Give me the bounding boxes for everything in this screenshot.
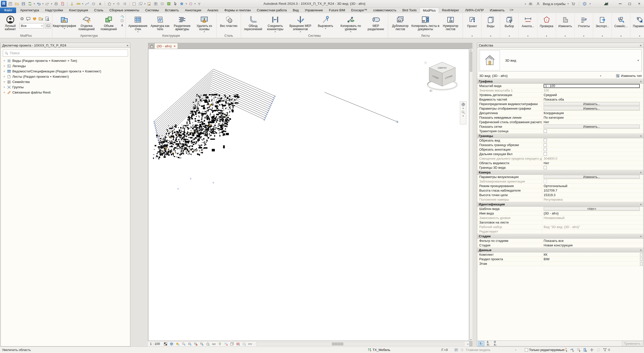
property-edit-button[interactable]: Изменить... (544, 107, 640, 110)
edit-type-button[interactable]: Изменить тип (616, 74, 642, 78)
unlink-cursor-icon[interactable] (564, 348, 568, 352)
panel-button-Выбор[interactable]: Выбор ▾ (500, 13, 519, 38)
ribbon-tab-0[interactable]: Файл (0, 8, 16, 13)
ribbon-button-0[interactable]: Дубликатор листов (389, 14, 411, 31)
gear-icon[interactable] (20, 16, 24, 21)
undo-icon[interactable] (36, 1, 42, 7)
instance-selector[interactable]: 3D вид: {3D - afro} ▾ Изменить тип (477, 73, 643, 79)
panel-label[interactable]: Листы (388, 34, 463, 38)
property-edit-button[interactable]: <Нет> (544, 207, 640, 211)
paste-special-icon[interactable]: × (131, 1, 137, 7)
property-value[interactable]: Ортогональный (542, 184, 643, 188)
tree-item[interactable]: + Ведомости/Спецификации (Раздел проекта… (1, 69, 130, 74)
sign-in-caret-icon[interactable]: ▾ (568, 3, 569, 5)
property-value[interactable]: Регулировка (542, 197, 643, 202)
autodesk-badge-icon[interactable] (603, 1, 609, 7)
property-checkbox[interactable] (544, 143, 547, 147)
panel-label[interactable]: Сталь (217, 34, 241, 38)
property-checkbox[interactable] (544, 152, 547, 156)
user-icon[interactable] (535, 1, 541, 7)
property-checkbox[interactable] (544, 166, 547, 169)
ribbon-tab-12[interactable]: Вид (290, 8, 302, 13)
ribbon-button-4[interactable]: Копировать по уровням ▾ (337, 14, 365, 33)
tree-item[interactable]: + Группы (1, 84, 130, 90)
ribbon-button-1[interactable]: Копировать листы в документы (411, 14, 439, 31)
design-options-icon[interactable] (460, 348, 464, 352)
tree-expander[interactable]: + (3, 59, 6, 63)
ribbon-tab-15[interactable]: Enscape™ (348, 8, 370, 13)
search-icon[interactable] (528, 1, 533, 7)
personal-cabinet-button[interactable]: Личный кабинет (1, 14, 20, 31)
ribbon-button-2[interactable]: Вращение MEP элементов ▾ (286, 14, 314, 33)
tree-expander[interactable]: + (3, 75, 6, 78)
ribbon-tab-10[interactable]: Формы и генплан (221, 8, 254, 13)
comment-icon[interactable] (26, 16, 31, 21)
ribbon-button-3[interactable]: Выровнять ▾ (314, 14, 337, 30)
tree-item[interactable]: + Связанные файлы Revit (1, 90, 130, 95)
wheel-caret-icon[interactable]: ▾ (463, 107, 464, 110)
model-canvas[interactable]: СВЕРХУ СЗАДИ СПРАВА Ю ▾ ▾ (148, 49, 469, 341)
doc-search-icon[interactable] (45, 16, 50, 21)
tree-expander[interactable]: + (3, 91, 6, 94)
panel-button-Параме[interactable]: Параме... ▾ (630, 13, 644, 38)
property-browse-button[interactable] (640, 262, 643, 266)
render-sphere-icon[interactable] (187, 342, 192, 346)
door-cursor-icon[interactable] (583, 348, 587, 352)
reveal-hidden-icon[interactable] (211, 342, 216, 346)
render-green-icon[interactable] (166, 1, 172, 7)
property-value[interactable]: Независимый (542, 216, 643, 220)
active-workset-icon[interactable] (454, 348, 458, 352)
property-checkbox[interactable] (544, 148, 547, 151)
vertical-scrollbar[interactable]: ▲ ▼ (469, 49, 472, 341)
ribbon-tab-14[interactable]: Future BIM (326, 8, 348, 13)
tree-item[interactable]: + Листы (Раздел проекта + Комплект) (1, 74, 130, 79)
panel-button-Изменить[interactable]: Изменить ▾ (556, 13, 575, 38)
visual-style-icon[interactable] (163, 342, 168, 346)
temp-hide-icon[interactable] (217, 342, 222, 346)
design-option-selector[interactable]: Главная модель (466, 348, 491, 352)
panel-button-Семейс[interactable]: Семейс... ▾ (612, 13, 630, 38)
ring-icon[interactable] (115, 1, 121, 7)
crop-visibility-icon[interactable] (199, 342, 204, 346)
close-button[interactable]: × (635, 1, 643, 7)
mini-roof-icon[interactable] (120, 14, 124, 18)
ribbon-button-2[interactable]: Разделение арматуры (171, 14, 193, 31)
panel-label[interactable]: ModPlus (0, 34, 52, 38)
tree-expander[interactable]: + (3, 80, 6, 84)
ruler-icon[interactable] (76, 1, 81, 7)
ribbon-tab-11[interactable]: Совместная работа (254, 8, 290, 13)
property-value[interactable]: Координация (542, 111, 643, 115)
ribbon-tab-8[interactable]: Аннотации (182, 8, 204, 13)
heart-icon[interactable] (32, 16, 37, 21)
ribbon-button-0[interactable]: Армирование стен ▾ (127, 14, 149, 33)
panel-button-Виды[interactable]: Виды ▾ (481, 13, 500, 38)
modplus-filter-dropdown[interactable]: Все▾ (20, 23, 44, 28)
apply-button[interactable]: Применить (622, 341, 642, 346)
section-header[interactable]: Камера∧ (477, 170, 643, 175)
filter-icon[interactable]: :0 (603, 348, 610, 352)
ribbon-button-1[interactable]: Арматура как тело (149, 14, 171, 31)
tree-item[interactable]: + Виды (Раздел проекта + Комплект + Тип) (1, 58, 130, 63)
vscroll-handle[interactable] (470, 52, 472, 72)
properties-close-icon[interactable]: × (640, 43, 642, 48)
sort-az-button[interactable]: АЯ↓ (485, 341, 491, 346)
editable-indicator[interactable]: :0 (440, 347, 448, 352)
fly-cursor-icon[interactable] (570, 348, 574, 352)
property-value[interactable]: Нет (542, 161, 643, 165)
sign-in-button[interactable]: Вход в службы (543, 2, 566, 6)
tree-expander[interactable]: + (3, 85, 6, 89)
property-value[interactable] (542, 220, 643, 225)
measure-pin-icon[interactable] (69, 1, 75, 7)
panel-label[interactable]: Конструкции (126, 34, 216, 38)
save-icon[interactable] (21, 1, 26, 7)
zoom-caret-icon[interactable]: ▾ (463, 115, 464, 117)
ribbon-button-0[interactable]: Квартирография ▾ (53, 14, 75, 30)
ribbon-tab-7[interactable]: Вставить (162, 8, 182, 13)
ribbon-tab-2[interactable]: Надстройки (42, 8, 66, 13)
ribbon-tab-1[interactable]: Архитектура (17, 8, 42, 13)
property-value[interactable]: КК (542, 252, 643, 257)
hscroll-left-arrow[interactable]: ◂ (466, 343, 469, 345)
ribbon-button-0[interactable]: kg Вес пластин (218, 14, 240, 28)
section-header[interactable]: Идентификация∧ (477, 202, 643, 207)
minimize-button[interactable] (616, 1, 624, 7)
